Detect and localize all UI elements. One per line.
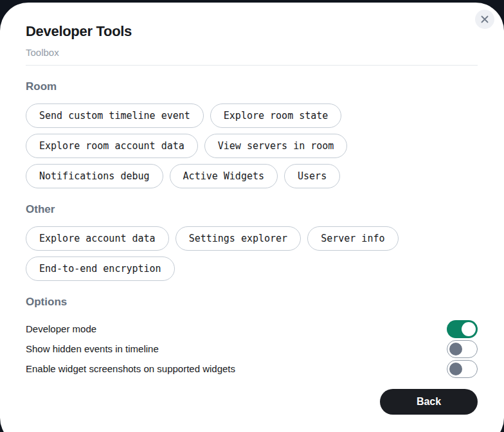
- option-label: Enable widget screenshots on supported w…: [26, 363, 235, 374]
- dialog-footer: Back: [26, 389, 478, 415]
- developer-tools-dialog: Developer Tools Toolbox Room Send custom…: [0, 3, 504, 432]
- section-heading-other: Other: [26, 203, 478, 216]
- context-label: Toolbox: [26, 47, 478, 66]
- button-row: Explore account dataSettings explorerSer…: [26, 226, 478, 281]
- dialog-title: Developer Tools: [26, 23, 478, 40]
- options-list: Developer mode Show hidden events in tim…: [26, 319, 478, 379]
- option-label: Show hidden events in timeline: [26, 343, 159, 354]
- button-send-custom-timeline-event[interactable]: Send custom timeline event: [26, 104, 204, 128]
- options-heading: Options: [26, 295, 478, 309]
- button-explore-room-account-data[interactable]: Explore room account data: [26, 134, 198, 158]
- option-label: Developer mode: [26, 323, 96, 334]
- option-row: Enable widget screenshots on supported w…: [26, 359, 478, 379]
- button-view-servers-in-room[interactable]: View servers in room: [204, 134, 348, 158]
- button-notifications-debug[interactable]: Notifications debug: [26, 164, 163, 188]
- toggle-developer-mode[interactable]: [447, 320, 478, 338]
- button-active-widgets[interactable]: Active Widgets: [170, 164, 278, 188]
- button-section: Room Send custom timeline eventExplore r…: [26, 80, 478, 188]
- button-section: Other Explore account dataSettings explo…: [26, 203, 478, 281]
- close-icon: [481, 15, 489, 23]
- toggle-knob: [462, 322, 476, 336]
- button-end-to-end-encryption[interactable]: End-to-end encryption: [26, 256, 175, 281]
- button-explore-account-data[interactable]: Explore account data: [26, 226, 169, 251]
- close-button[interactable]: [475, 10, 494, 29]
- button-sections: Room Send custom timeline eventExplore r…: [26, 80, 478, 281]
- button-server-info[interactable]: Server info: [307, 226, 398, 251]
- button-users[interactable]: Users: [284, 164, 340, 188]
- button-settings-explorer[interactable]: Settings explorer: [176, 226, 302, 251]
- toggle-show-hidden-events-in-timeline[interactable]: [447, 340, 478, 358]
- option-row: Developer mode: [26, 319, 478, 339]
- section-heading-room: Room: [26, 80, 478, 93]
- back-button[interactable]: Back: [380, 389, 478, 415]
- toggle-enable-widget-screenshots-on-supported-widgets[interactable]: [447, 360, 478, 378]
- toggle-knob: [449, 363, 462, 375]
- option-row: Show hidden events in timeline: [26, 339, 478, 359]
- button-row: Send custom timeline eventExplore room s…: [26, 104, 478, 188]
- toggle-knob: [449, 343, 462, 356]
- button-explore-room-state[interactable]: Explore room state: [210, 104, 342, 128]
